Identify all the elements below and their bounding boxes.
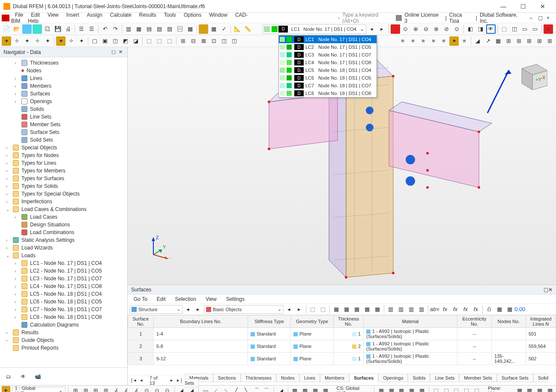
print-icon[interactable]: 🖨 xyxy=(63,24,73,34)
tree-item[interactable]: ›Lines xyxy=(0,74,127,82)
view7-icon[interactable]: ◧ xyxy=(466,24,475,34)
t2-5[interactable]: ✦ xyxy=(56,36,66,46)
sp-t3[interactable]: ▦ xyxy=(332,305,341,314)
tree-item[interactable]: ›Thicknesses xyxy=(0,59,127,67)
panel2-icon[interactable]: ▦ xyxy=(134,24,143,34)
lc-next-icon[interactable]: ▸ xyxy=(377,24,387,34)
view8-icon[interactable]: ◨ xyxy=(476,24,485,34)
t2-r6[interactable]: ✦ xyxy=(449,36,459,46)
tree-item[interactable]: ›Openings xyxy=(0,98,127,105)
view12-icon[interactable]: ▭ xyxy=(530,24,540,34)
save-icon[interactable]: 💾 xyxy=(53,24,63,34)
lc-option-lc2[interactable]: DLC2Node No. 17 | DS1 | CO5 xyxy=(279,43,377,51)
tree-item[interactable]: ⌄Loads xyxy=(0,252,127,259)
lc-option-lc8[interactable]: DLC8Node No. 18 | DS1 | CO8 xyxy=(279,89,377,97)
tree-item[interactable]: Solids xyxy=(0,105,127,113)
sp-t4[interactable]: ▦ xyxy=(342,305,351,314)
view4-icon[interactable]: ⊗ xyxy=(432,24,441,34)
nav-mode-video-icon[interactable]: 📹 xyxy=(33,371,43,382)
tree-item[interactable]: Solid Sets xyxy=(0,136,127,144)
menu-tools[interactable]: Tools xyxy=(160,11,180,19)
sp-func1[interactable]: ab= xyxy=(430,305,439,314)
sb-15[interactable]: ⟍ xyxy=(222,386,230,392)
sp-export3[interactable]: ▦ xyxy=(505,305,514,314)
surfaces-combo-basic[interactable]: Basic Objects ⌄ xyxy=(204,305,284,314)
sb-20[interactable]: ◢ xyxy=(277,386,285,392)
sp-t7[interactable]: ▦ xyxy=(373,305,382,314)
tree-item[interactable]: ›Types for Members xyxy=(0,167,127,175)
lc-option-lc3[interactable]: DLC3Node No. 17 | DS1 | CO7 xyxy=(279,51,377,59)
surfaces-menu-view[interactable]: View xyxy=(201,295,221,303)
page-prev-icon[interactable]: ◂ xyxy=(138,377,146,383)
surfaces-menu-edit[interactable]: Edit xyxy=(152,295,170,303)
view1-icon[interactable]: ⊙ xyxy=(401,24,410,34)
lc-option-lc7[interactable]: DLC7Node No. 18 | DS1 | CO7 xyxy=(279,82,377,89)
sb-31[interactable]: ⬚ xyxy=(442,386,451,392)
tree-item[interactable]: ›Load Wizards xyxy=(0,244,127,252)
t2-8[interactable]: ▢ xyxy=(90,36,99,46)
surfaces-undock-button[interactable]: ▢ xyxy=(544,287,548,293)
sb-cs-combo[interactable]: 1 - Global XYZ ⌄ xyxy=(12,387,66,392)
sp-export1[interactable]: ⎙ xyxy=(484,305,494,314)
t2-r5[interactable]: ≡ xyxy=(439,36,448,46)
sb-34[interactable]: ⬚ xyxy=(472,386,481,392)
open-icon[interactable]: 📂 xyxy=(12,24,21,34)
t2-11[interactable]: ◩ xyxy=(121,36,130,46)
t2-r8[interactable]: ◢ xyxy=(473,36,482,46)
loadcase-dropdown[interactable]: DLC1Node No. 17 | DS1 | CO4DLC2Node No. … xyxy=(278,35,377,98)
table-row[interactable]: 3 9-12 Standard Plane 1 1 - A992 | Isotr… xyxy=(128,353,556,365)
t2-17[interactable]: ⊟ xyxy=(188,36,198,46)
lc-option-lc6[interactable]: DLC6Node No. 18 | DS1 | CO5 xyxy=(279,74,377,82)
lc-prev-icon[interactable]: ◂ xyxy=(367,24,377,34)
tree-item[interactable]: ›Load Cases xyxy=(0,213,127,221)
tab-lines[interactable]: Lines xyxy=(299,374,320,382)
lc-option-lc5[interactable]: DLC5Node No. 18 | DS1 | CO4 xyxy=(279,66,377,74)
surfaces-close-button[interactable]: ✕ xyxy=(548,287,553,293)
t2-6[interactable]: ✧ xyxy=(66,36,76,46)
sb-28[interactable]: ▦ xyxy=(407,386,416,392)
tab-sections[interactable]: Sections xyxy=(213,374,241,382)
cloud-icon[interactable] xyxy=(22,24,32,34)
tab-surfaces[interactable]: Surfaces xyxy=(349,374,378,382)
sb-17[interactable]: ╲ xyxy=(242,386,251,392)
tree-item[interactable]: ›Guide Objects xyxy=(0,336,127,344)
list1-icon[interactable]: ☰ xyxy=(77,24,86,34)
t2-20[interactable]: ◫ xyxy=(219,36,229,46)
sb-32[interactable]: ⬚ xyxy=(452,386,461,392)
ruler-icon[interactable]: 📏 xyxy=(243,24,252,34)
sb-6[interactable]: ∡ xyxy=(122,386,131,392)
menu-assign[interactable]: Assign xyxy=(83,11,106,19)
tree-item[interactable]: ›LC8 - Node No. 18 | DS1 | CO8 xyxy=(0,313,127,321)
t2-2[interactable]: ✦ xyxy=(22,36,32,46)
warn-icon[interactable]: ⚠ xyxy=(544,24,553,34)
tree-item[interactable]: ›LC2 - Node No. 17 | DS1 | CO5 xyxy=(0,267,127,275)
navigator-close-button[interactable]: ✕ xyxy=(117,49,124,56)
page-first-icon[interactable]: ❘◂ xyxy=(129,377,137,383)
navigator-undock-button[interactable]: ▢ xyxy=(110,49,117,56)
t2-16[interactable]: ⊞ xyxy=(178,36,188,46)
view10-icon[interactable]: ◫ xyxy=(510,24,519,34)
sp-func3[interactable]: fx xyxy=(451,305,460,314)
sp-nav-next[interactable]: ▸ xyxy=(194,305,203,314)
sb-29[interactable]: ▦ xyxy=(418,386,426,392)
t2-r4[interactable]: ≡ xyxy=(429,36,438,46)
t2-r9[interactable]: ↗ xyxy=(483,36,493,46)
view6-icon[interactable]: ⊙ xyxy=(452,24,462,34)
sb-r4[interactable]: ▦ xyxy=(546,386,554,392)
sp-t10[interactable]: ▥ xyxy=(407,305,416,314)
list2-icon[interactable]: ☰ xyxy=(87,24,96,34)
t2-12[interactable]: ◪ xyxy=(131,36,140,46)
tab-members[interactable]: Members xyxy=(320,374,349,382)
t2-14[interactable]: ⬚ xyxy=(155,36,164,46)
sb-22[interactable]: ▦ xyxy=(301,386,309,392)
sp-t1[interactable]: ⬚ xyxy=(308,305,317,314)
tree-item[interactable]: ›LC6 - Node No. 18 | DS1 | CO5 xyxy=(0,298,127,306)
panel7-icon[interactable]: ▩ xyxy=(185,24,195,34)
sb-18[interactable]: ⌒ xyxy=(252,386,261,392)
sb-r2[interactable]: ▦ xyxy=(525,386,534,392)
fea-icon[interactable] xyxy=(199,24,208,34)
t2-1[interactable]: ✧ xyxy=(12,36,21,46)
t2-21[interactable]: ◫ xyxy=(230,36,239,46)
menu-results[interactable]: Results xyxy=(135,11,160,19)
new-icon[interactable]: 📄 xyxy=(2,24,11,34)
